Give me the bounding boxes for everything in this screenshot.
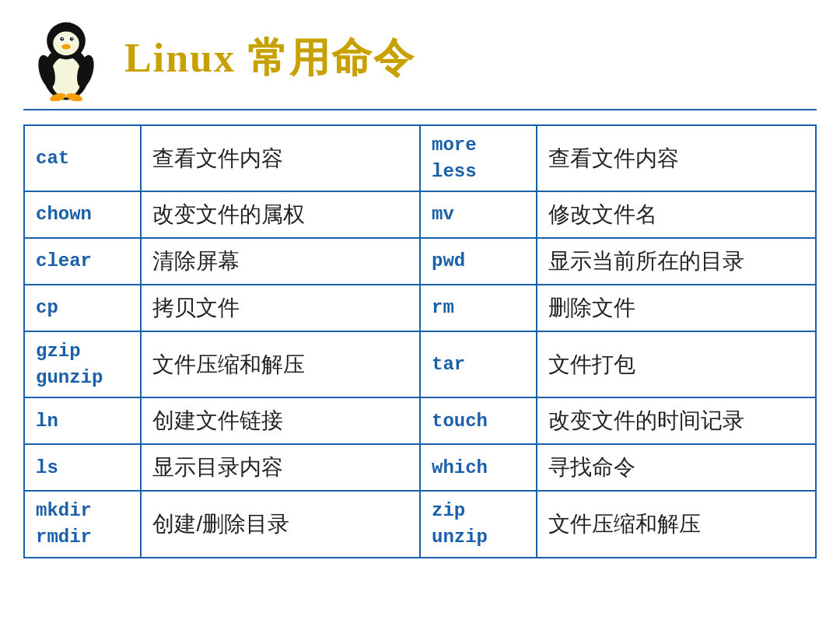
desc-left-5: 创建文件链接 xyxy=(141,397,420,444)
cmd-left-1: chown xyxy=(24,191,141,238)
cmd-left-4: gzipgunzip xyxy=(24,331,141,397)
cmd-left-3: cp xyxy=(24,285,141,331)
desc-right-3: 删除文件 xyxy=(537,285,816,331)
desc-right-7: 文件压缩和解压 xyxy=(537,491,816,557)
cmd-right-4: tar xyxy=(420,331,537,397)
svg-point-1 xyxy=(51,57,82,98)
desc-right-6: 寻找命令 xyxy=(537,444,816,491)
desc-left-4: 文件压缩和解压 xyxy=(141,331,420,397)
cmd-left-6: ls xyxy=(24,444,141,491)
page-title: Linux 常用命令 xyxy=(124,36,415,80)
command-table: cat查看文件内容moreless查看文件内容chown改变文件的属权mv修改文… xyxy=(23,124,817,558)
table-row: ls显示目录内容which寻找命令 xyxy=(24,444,816,491)
title-chinese: 常用命令 xyxy=(247,36,415,80)
cmd-right-5: touch xyxy=(420,397,537,444)
table-row: gzipgunzip文件压缩和解压tar文件打包 xyxy=(24,331,816,397)
svg-point-10 xyxy=(61,44,70,50)
desc-right-2: 显示当前所在的目录 xyxy=(537,238,816,285)
cmd-right-3: rm xyxy=(420,285,537,331)
cmd-right-7: zipunzip xyxy=(420,491,537,557)
desc-left-7: 创建/删除目录 xyxy=(141,491,420,557)
table-row: chown改变文件的属权mv修改文件名 xyxy=(24,191,816,238)
header: Linux 常用命令 xyxy=(23,16,817,110)
desc-left-0: 查看文件内容 xyxy=(141,125,420,191)
cmd-right-2: pwd xyxy=(420,238,537,285)
desc-left-2: 清除屏幕 xyxy=(141,238,420,285)
page-title-container: Linux 常用命令 xyxy=(124,31,415,86)
main-page: Linux 常用命令 cat查看文件内容moreless查看文件内容chown改… xyxy=(0,0,840,630)
cmd-left-0: cat xyxy=(24,125,141,191)
desc-left-6: 显示目录内容 xyxy=(141,444,420,491)
table-row: cp拷贝文件rm删除文件 xyxy=(24,285,816,331)
cmd-left-5: ln xyxy=(24,397,141,444)
desc-right-0: 查看文件内容 xyxy=(537,125,816,191)
svg-point-9 xyxy=(72,38,73,40)
cmd-right-0: moreless xyxy=(420,125,537,191)
desc-right-5: 改变文件的时间记录 xyxy=(537,397,816,444)
svg-point-3 xyxy=(53,32,79,56)
table-row: clear清除屏幕pwd显示当前所在的目录 xyxy=(24,238,816,285)
cmd-left-2: clear xyxy=(24,238,141,285)
tux-logo xyxy=(23,16,109,101)
cmd-left-7: mkdirrmdir xyxy=(24,491,141,557)
desc-right-4: 文件打包 xyxy=(537,331,816,397)
desc-right-1: 修改文件名 xyxy=(537,191,816,238)
table-row: mkdirrmdir创建/删除目录zipunzip文件压缩和解压 xyxy=(24,491,816,557)
cmd-right-6: which xyxy=(420,444,537,491)
table-row: ln创建文件链接touch改变文件的时间记录 xyxy=(24,397,816,444)
desc-left-3: 拷贝文件 xyxy=(141,285,420,331)
svg-point-8 xyxy=(61,38,63,40)
title-latin: Linux xyxy=(124,36,236,80)
cmd-right-1: mv xyxy=(420,191,537,238)
table-row: cat查看文件内容moreless查看文件内容 xyxy=(24,125,816,191)
desc-left-1: 改变文件的属权 xyxy=(141,191,420,238)
